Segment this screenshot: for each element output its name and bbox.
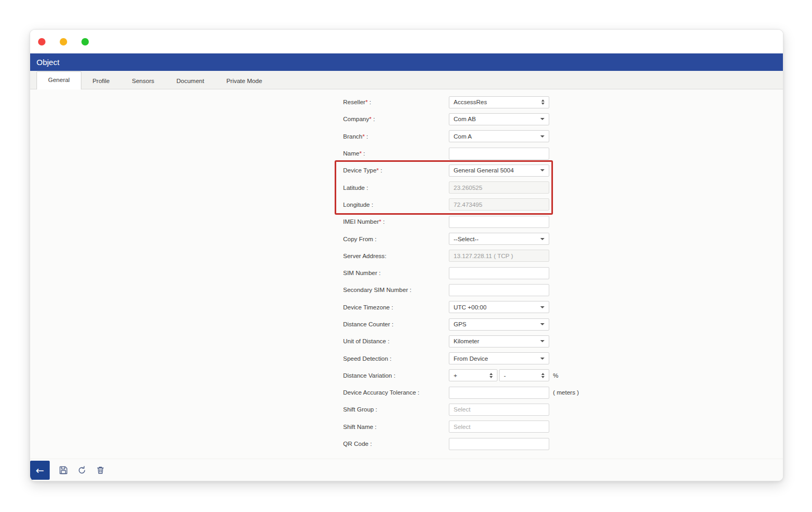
field-label: Latitude :	[343, 185, 449, 191]
minimize-button[interactable]	[60, 38, 67, 45]
caret-down-icon	[540, 323, 545, 325]
meters-suffix: ( meters )	[553, 389, 579, 396]
field-label: Branch* :	[343, 133, 449, 140]
form-panel: Reseller* : AccsessRes Company* : Com AB…	[30, 89, 783, 459]
trash-icon	[96, 465, 105, 475]
field-label: IMEI Number* :	[343, 218, 449, 225]
form-row-device-type: Device Type* : General General 5004	[343, 162, 549, 179]
latitude-input	[449, 181, 549, 194]
caret-down-icon	[540, 238, 545, 240]
caret-down-icon	[540, 306, 545, 308]
form-row-latitude: Latitude :	[343, 179, 549, 196]
distance-counter-select[interactable]: GPS	[449, 318, 549, 331]
refresh-icon	[77, 465, 87, 475]
field-label: Shift Group :	[343, 406, 449, 413]
percent-suffix: %	[553, 372, 558, 379]
field-label: Server Address:	[343, 253, 449, 259]
field-label: Unit of Distance :	[343, 338, 449, 344]
company-select[interactable]: Com AB	[449, 113, 549, 125]
delete-button[interactable]	[96, 465, 105, 475]
tab-document[interactable]: Document	[165, 73, 215, 89]
secondary-sim-number-input[interactable]	[449, 284, 549, 296]
distance-variation-plus-stepper[interactable]: +	[449, 369, 497, 381]
field-label: Device Type* :	[343, 167, 449, 173]
tab-private-mode[interactable]: Private Mode	[215, 73, 273, 89]
form-row-qr-code: QR Code :	[343, 435, 783, 452]
tab-bar: General Profile Sensors Document Private…	[30, 71, 783, 89]
form-row-distance-variation: Distance Variation : + - %	[343, 367, 783, 384]
form-row-accuracy-tolerance: Device Accuracy Tolerance : ( meters )	[343, 384, 783, 401]
name-input[interactable]	[449, 148, 549, 160]
form-row-speed-detection: Speed Detection : From Device	[343, 350, 783, 367]
server-address-input	[449, 250, 549, 262]
caret-down-icon	[540, 118, 545, 120]
form-row-branch: Branch* : Com A	[343, 128, 783, 145]
reseller-select[interactable]: AccsessRes	[449, 96, 549, 108]
up-down-stepper-icon	[541, 99, 545, 105]
form-row-shift-name: Shift Name :	[343, 418, 783, 435]
form-row-distance-counter: Distance Counter : GPS	[343, 316, 783, 333]
field-label: QR Code :	[343, 441, 449, 447]
save-button[interactable]	[59, 465, 68, 475]
shift-name-input[interactable]	[449, 420, 549, 433]
highlight-box: Device Type* : General General 5004 Lati…	[343, 162, 549, 213]
tab-general[interactable]: General	[36, 71, 81, 89]
object-window: Object General Profile Sensors Document …	[30, 29, 783, 481]
field-label: Device Timezone :	[343, 304, 449, 310]
window-chrome	[30, 30, 783, 53]
form-row-shift-group: Shift Group :	[343, 401, 783, 418]
object-form: Reseller* : AccsessRes Company* : Com AB…	[30, 89, 783, 452]
caret-down-icon	[540, 340, 545, 342]
page-title: Object	[36, 58, 59, 67]
back-arrow-icon: ←	[36, 464, 44, 476]
caret-down-icon	[540, 135, 545, 138]
unit-of-distance-select[interactable]: Kilometer	[449, 335, 549, 348]
field-label: Name* :	[343, 150, 449, 157]
form-row-reseller: Reseller* : AccsessRes	[343, 94, 783, 111]
qr-code-input[interactable]	[449, 438, 549, 450]
device-accuracy-tolerance-input[interactable]	[449, 387, 549, 399]
tab-profile[interactable]: Profile	[81, 73, 121, 89]
form-row-name: Name* :	[343, 145, 783, 162]
field-label: Distance Counter :	[343, 321, 449, 327]
field-label: Reseller* :	[343, 99, 449, 105]
tab-sensors[interactable]: Sensors	[121, 73, 165, 89]
field-label: Longitude :	[343, 202, 449, 208]
field-label: Shift Name :	[343, 424, 449, 430]
up-down-stepper-icon	[490, 373, 493, 378]
device-timezone-select[interactable]: UTC +00:00	[449, 301, 549, 313]
field-label: Distance Variation :	[343, 372, 449, 379]
close-button[interactable]	[38, 38, 45, 45]
imei-number-input[interactable]	[449, 216, 549, 228]
form-row-server-address: Server Address:	[343, 248, 783, 264]
sim-number-input[interactable]	[449, 267, 549, 279]
form-row-copy-from: Copy From : --Select--	[343, 230, 783, 247]
form-row-company: Company* : Com AB	[343, 111, 783, 127]
device-type-select[interactable]: General General 5004	[449, 164, 549, 177]
longitude-input	[449, 198, 549, 211]
distance-variation-minus-stepper[interactable]: -	[499, 369, 549, 381]
form-row-sim-number: SIM Number :	[343, 264, 783, 281]
titlebar: Object	[30, 53, 783, 71]
field-label: SIM Number :	[343, 270, 449, 276]
field-label: Secondary SIM Number :	[343, 287, 449, 293]
form-row-unit-of-distance: Unit of Distance : Kilometer	[343, 333, 783, 350]
up-down-stepper-icon	[541, 373, 545, 378]
bottom-toolbar: ←	[30, 459, 783, 481]
shift-group-input[interactable]	[449, 404, 549, 416]
save-icon	[59, 465, 68, 475]
form-row-longitude: Longitude :	[343, 196, 549, 213]
caret-down-icon	[540, 358, 545, 360]
speed-detection-select[interactable]: From Device	[449, 352, 549, 364]
copy-from-select[interactable]: --Select--	[449, 233, 549, 245]
form-row-imei: IMEI Number* :	[343, 213, 783, 230]
back-button[interactable]: ←	[30, 461, 50, 480]
field-label: Copy From :	[343, 236, 449, 242]
form-row-secondary-sim: Secondary SIM Number :	[343, 281, 783, 298]
zoom-button[interactable]	[81, 38, 89, 45]
field-label: Company* :	[343, 116, 449, 122]
field-label: Device Accuracy Tolerance :	[343, 389, 449, 396]
branch-select[interactable]: Com A	[449, 130, 549, 142]
field-label: Speed Detection :	[343, 355, 449, 362]
refresh-button[interactable]	[77, 465, 87, 475]
